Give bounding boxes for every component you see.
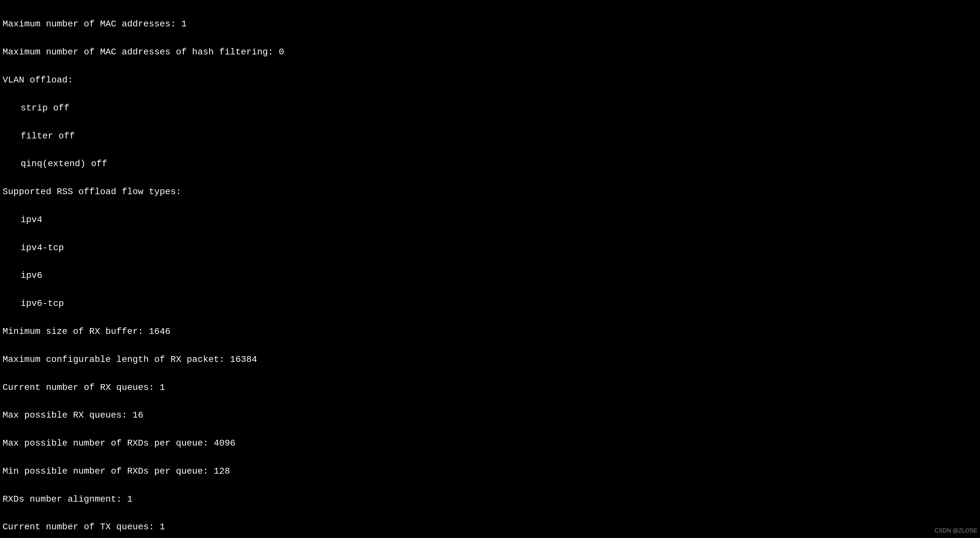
terminal-line: Current number of TX queues: 1 <box>3 520 977 534</box>
terminal-line: strip off <box>3 101 977 115</box>
terminal-line: qinq(extend) off <box>3 157 977 171</box>
terminal-line: ipv4-tcp <box>3 241 977 255</box>
terminal-line: ipv6 <box>3 268 977 282</box>
terminal-line: Maximum configurable length of RX packet… <box>3 352 977 367</box>
terminal-line: filter off <box>3 129 977 143</box>
terminal-line: ipv4 <box>3 213 977 227</box>
terminal-line: Current number of RX queues: 1 <box>3 381 977 394</box>
terminal-output: Maximum number of MAC addresses: 1 Maxim… <box>3 3 977 538</box>
terminal-line: Maximum number of MAC addresses of hash … <box>3 45 977 59</box>
terminal-line: VLAN offload: <box>3 73 977 87</box>
terminal-line: Max possible RX queues: 16 <box>3 408 977 422</box>
terminal-line: Maximum number of MAC addresses: 1 <box>3 17 977 31</box>
terminal-line: ipv6-tcp <box>3 297 977 310</box>
terminal-line: Minimum size of RX buffer: 1646 <box>3 325 977 338</box>
terminal-line: Supported RSS offload flow types: <box>3 185 977 198</box>
terminal-line: Min possible number of RXDs per queue: 1… <box>3 464 977 478</box>
terminal-line: RXDs number alignment: 1 <box>3 492 977 506</box>
terminal-line: Max possible number of RXDs per queue: 4… <box>3 436 977 450</box>
watermark-label: CSDN @ZLOSE <box>935 527 977 535</box>
